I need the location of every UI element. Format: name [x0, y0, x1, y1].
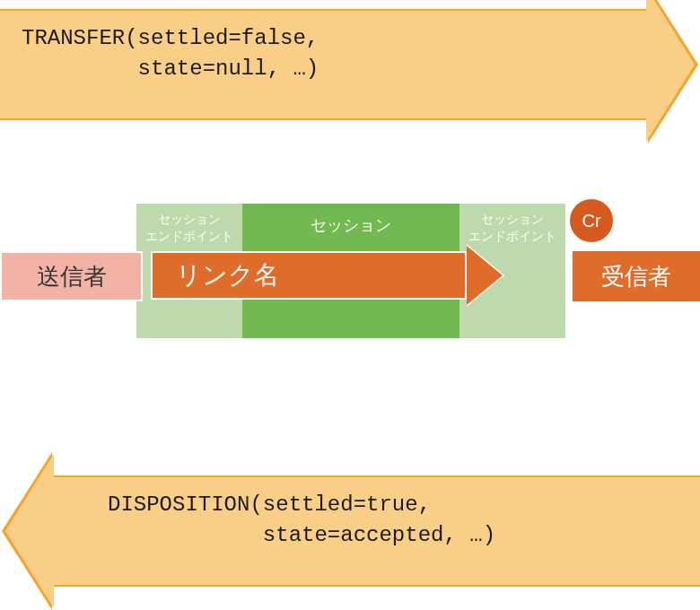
sender-node: 送信者: [0, 251, 143, 301]
link-arrow: リンク名: [151, 251, 503, 300]
link-arrowhead: [467, 246, 503, 305]
disposition-arrow: DISPOSITION(settled=true, state=accepted…: [54, 475, 700, 587]
link-name-label: リンク名: [151, 251, 467, 300]
transfer-arrow: TRANSFER(settled=false, state=null, …): [0, 9, 646, 120]
link-credit-badge: Cr: [568, 197, 615, 244]
transfer-text: TRANSFER(settled=false, state=null, …): [0, 11, 646, 96]
receiver-node: 受信者: [573, 251, 700, 301]
disposition-text: DISPOSITION(settled=true, state=accepted…: [54, 477, 700, 562]
session-endpoint-right: セッションエンドポイント: [459, 211, 565, 245]
